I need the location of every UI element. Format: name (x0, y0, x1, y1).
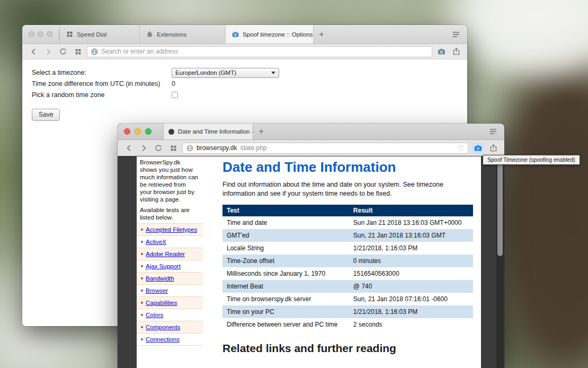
bullet-icon (141, 302, 143, 304)
results-table-body: Time and dateSun Jan 21 2018 13:16:03 GM… (222, 216, 473, 331)
result-value: Sun Jan 21 2018 13:16:03 GMT+0000 (349, 216, 473, 229)
front-tab-bar: Date and Time Information - + (118, 124, 504, 140)
result-test: Time and date (222, 216, 349, 229)
sidebar-link-row: Colors (137, 309, 203, 321)
speed-dial-button[interactable] (167, 142, 179, 154)
minimize-button[interactable] (38, 31, 43, 37)
spoof-timezone-extension-icon[interactable] (471, 143, 484, 154)
speed-dial-button[interactable] (72, 46, 84, 57)
sidebar-link[interactable]: Components (146, 324, 180, 330)
bullet-icon (141, 253, 143, 255)
bookmark-heart-icon[interactable]: ♡ (458, 145, 464, 152)
bullet-icon (141, 265, 143, 267)
sidebar-link[interactable]: Ajax Support (146, 263, 181, 269)
zoom-button[interactable] (145, 128, 152, 135)
back-button[interactable] (28, 46, 39, 57)
result-value: Sun, 21 Jan 2018 07:16:01 -0600 (349, 293, 473, 305)
result-value: 0 minutes (349, 255, 473, 267)
address-bar[interactable] (87, 46, 432, 57)
random-timezone-label: Pick a random time zone (32, 90, 172, 100)
bullet-icon (141, 290, 143, 292)
sidebar-link[interactable]: Adobe Reader (146, 251, 185, 257)
reload-button[interactable] (153, 142, 164, 154)
tab-date-time[interactable]: Date and Time Information - (163, 124, 253, 139)
result-value: 1516540563000 (349, 267, 473, 280)
scrollbar-thumb[interactable] (497, 159, 503, 256)
forward-button[interactable] (138, 142, 149, 154)
spoof-timezone-extension-icon[interactable] (435, 46, 447, 57)
sidebar-link[interactable]: Accepted Filetypes (146, 226, 197, 233)
sidebar-intro: BrowserSpy.dk shows you just how much in… (137, 156, 203, 203)
tab-label: Extensions (157, 31, 186, 38)
result-row: Internet Beat@ 740 (222, 280, 473, 293)
tab-menu-icon[interactable] (482, 124, 504, 139)
column-header-result: Result (349, 205, 473, 216)
share-icon[interactable] (450, 46, 462, 57)
sidebar-link[interactable]: ActiveX (146, 239, 166, 245)
address-domain: browserspy.dk (197, 144, 237, 152)
address-input[interactable] (101, 48, 428, 55)
scrollbar[interactable] (496, 156, 504, 368)
select-arrow-icon (271, 72, 275, 74)
random-timezone-checkbox[interactable] (172, 92, 178, 98)
result-row: Milliseconds since January 1, 1970151654… (222, 267, 473, 280)
result-value: 2 seconds (349, 318, 473, 331)
sidebar-link[interactable]: Bandwidth (146, 275, 174, 282)
sidebar-link-row: Capabilities (137, 296, 203, 309)
tab-menu-icon[interactable] (445, 25, 467, 43)
results-table: Test Result Time and dateSun Jan 21 2018… (222, 205, 473, 331)
new-tab-button[interactable]: + (253, 124, 269, 139)
close-button[interactable] (29, 31, 34, 37)
utc-offset-value: 0 (172, 78, 467, 89)
back-tab-bar: Speed Dial Extensions Spoof timezone :: … (22, 25, 467, 44)
new-tab-button[interactable]: + (314, 25, 329, 43)
share-icon[interactable] (487, 142, 499, 154)
forward-button[interactable] (42, 46, 54, 57)
tab-speed-dial[interactable]: Speed Dial (59, 25, 140, 43)
related-heading: Related links and further reading (222, 342, 473, 355)
address-bar[interactable]: browserspy.dk/date.php ♡ (182, 143, 468, 154)
result-test: Difference between server and PC time (222, 318, 349, 331)
front-nav-bar: browserspy.dk/date.php ♡ (118, 140, 504, 156)
back-button[interactable] (123, 142, 135, 154)
reload-button[interactable] (57, 46, 69, 57)
globe-icon (186, 145, 193, 152)
timezone-label: Select a timezone: (32, 67, 172, 78)
close-button[interactable] (124, 128, 130, 135)
sidebar-link-row: Accepted Filetypes (137, 223, 203, 235)
bullet-icon (141, 314, 143, 316)
browserspy-window: Date and Time Information - + (118, 124, 504, 368)
options-form: Select a timezone: Europe/London (GMT) T… (32, 67, 467, 100)
sidebar-link-row: Components (137, 321, 203, 333)
bullet-icon (141, 241, 143, 243)
sidebar-link[interactable]: Colors (146, 312, 163, 318)
save-button[interactable]: Save (32, 109, 60, 121)
sidebar-link-row: Browser (137, 284, 203, 296)
sidebar: BrowserSpy.dk shows you just how much in… (137, 156, 203, 346)
bullet-icon (141, 338, 143, 340)
sidebar-link[interactable]: Connections (146, 336, 180, 343)
bullet-icon (141, 229, 143, 231)
timezone-select[interactable]: Europe/London (GMT) (172, 68, 279, 78)
result-value: 1/21/2018, 1:16:03 PM (349, 242, 473, 255)
bullet-icon (141, 326, 143, 328)
sidebar-link[interactable]: Browser (146, 287, 168, 294)
result-row: Time on browserspy.dk serverSun, 21 Jan … (222, 293, 473, 305)
globe-icon (91, 48, 98, 55)
minimize-button[interactable] (135, 128, 141, 135)
tab-spoof-options[interactable]: Spoof timezone :: Options pa (226, 25, 314, 43)
sidebar-link[interactable]: Capabilities (146, 300, 177, 306)
article: Date and Time Information Find out infor… (222, 156, 473, 355)
spoof-timezone-favicon (232, 31, 239, 37)
tab-label: Speed Dial (77, 31, 106, 38)
result-test: Internet Beat (222, 280, 349, 293)
result-row: Difference between server and PC time2 s… (222, 318, 473, 331)
result-test: Time on browserspy.dk server (222, 293, 349, 305)
result-value: @ 740 (349, 280, 473, 293)
sidebar-note: Available tests are listed below. (137, 203, 203, 221)
result-row: Time-Zone offset0 minutes (222, 255, 473, 267)
zoom-button[interactable] (47, 31, 52, 37)
tab-extensions[interactable]: Extensions (140, 25, 226, 43)
browserspy-favicon (168, 129, 174, 135)
sidebar-link-row: Connections (137, 333, 203, 346)
